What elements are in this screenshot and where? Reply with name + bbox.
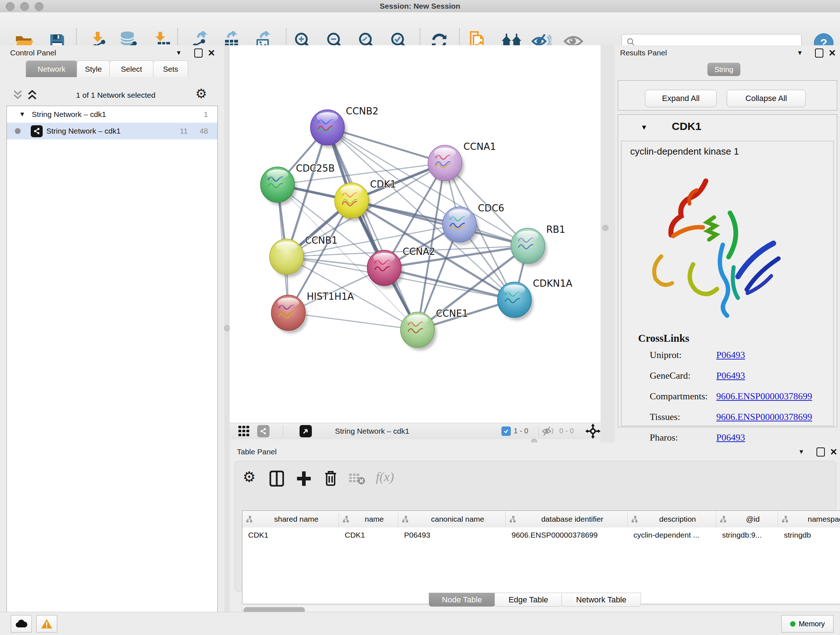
- gene-detail-inner: cyclin-dependent kinase 1: [621, 141, 834, 426]
- node-label-CDC25B: CDC25B: [296, 163, 335, 174]
- node-CDC6[interactable]: [442, 207, 478, 245]
- tab-select[interactable]: Select: [109, 60, 154, 77]
- results-panel: Results Panel ▾ ✕ String Expand All Coll…: [615, 45, 840, 442]
- node-table[interactable]: shared namenamecanonical namedatabase id…: [242, 510, 840, 604]
- panel-close-icon[interactable]: ✕: [829, 49, 836, 57]
- table-panel-title: Table Panel: [237, 448, 277, 456]
- network-collection-row[interactable]: ▼ String Network – cdk1 1: [7, 106, 218, 123]
- tab-style[interactable]: Style: [77, 60, 110, 77]
- tab-string-results[interactable]: String: [707, 63, 741, 76]
- selected-counts: 1 - 0: [514, 427, 528, 435]
- node-CCNA1[interactable]: [428, 145, 464, 184]
- cell-database-identifier[interactable]: 9606.ENSP00000378699: [506, 528, 627, 542]
- panel-close-icon[interactable]: ✕: [208, 49, 215, 57]
- crosslink-link[interactable]: P06493: [716, 432, 745, 443]
- crosslink-label: Pharos:: [650, 432, 678, 443]
- vertical-splitter-right[interactable]: [600, 45, 615, 442]
- table-gear-icon[interactable]: ⚙: [243, 469, 256, 485]
- delete-column-icon[interactable]: [324, 470, 338, 486]
- node-CCNE1[interactable]: [401, 312, 437, 350]
- column-header-database-identifier[interactable]: database identifier: [506, 511, 628, 527]
- column-header-canonical-name[interactable]: canonical name: [398, 511, 506, 527]
- fit-selected-crosshair-icon[interactable]: [585, 424, 600, 439]
- control-panel: Control Panel ▾ ✕ Network Style Select S…: [0, 45, 224, 612]
- tree-expand-icon[interactable]: ▼: [19, 111, 25, 118]
- table-panel: Table Panel ▾ ✕ ⚙ f(x) shared namenameca…: [230, 442, 840, 612]
- panel-close-icon[interactable]: ✕: [830, 448, 837, 456]
- network-selection-status: 1 of 1 Network selected: [54, 91, 177, 100]
- column-header-name[interactable]: name: [339, 511, 398, 527]
- crosslink-label: Tissues:: [650, 412, 680, 423]
- node-label-HIST1H1A: HIST1H1A: [307, 291, 354, 302]
- edge-count: 48: [200, 127, 208, 135]
- tab-network[interactable]: Network: [26, 60, 77, 77]
- node-label-CDKN1A: CDKN1A: [533, 278, 572, 289]
- network-graph[interactable]: CCNB2CCNA1CDC25BCDK1CDC6RB1CCNB1CCNA2CDK…: [230, 45, 600, 423]
- network-label: String Network – cdk1: [46, 127, 120, 135]
- collapse-all-networks-icon[interactable]: [13, 89, 22, 100]
- expand-all-button[interactable]: Expand All: [645, 90, 717, 107]
- cell-canonical-name[interactable]: P06493: [398, 528, 505, 542]
- panel-menu-icon[interactable]: ▾: [177, 48, 180, 57]
- crosslink-label: Compartments:: [650, 391, 707, 402]
- cloud-status-button[interactable]: [11, 615, 32, 632]
- cell-shared-name[interactable]: CDK1: [242, 528, 339, 542]
- network-options-gear-icon[interactable]: ⚙: [195, 86, 207, 101]
- edge-CCNE1-HIST1H1A[interactable]: [288, 313, 417, 330]
- show-columns-icon[interactable]: [270, 470, 284, 486]
- crosslink-link[interactable]: 9606.ENSP00000378699: [716, 391, 812, 402]
- network-style-icon[interactable]: [257, 425, 270, 437]
- apply-function-icon[interactable]: f(x): [376, 469, 394, 485]
- crosslink-link[interactable]: P06493: [716, 371, 745, 381]
- network-row-selected[interactable]: String Network – cdk1 11 48: [7, 123, 218, 139]
- grid-view-icon[interactable]: [238, 426, 250, 437]
- crosslink-link[interactable]: P06493: [716, 350, 745, 361]
- column-header--id[interactable]: @id: [716, 511, 778, 527]
- node-CDKN1A[interactable]: [497, 282, 534, 320]
- cell-namespace[interactable]: stringdb: [778, 528, 840, 542]
- network-canvas[interactable]: CCNB2CCNA1CDC25BCDK1CDC6RB1CCNB1CCNA2CDK…: [230, 45, 600, 423]
- panel-menu-icon[interactable]: ▾: [798, 48, 802, 57]
- network-status-dot-icon: [15, 128, 21, 134]
- memory-button[interactable]: Memory: [782, 615, 834, 632]
- cell-name[interactable]: CDK1: [339, 528, 398, 542]
- panel-menu-icon[interactable]: ▾: [799, 447, 803, 456]
- cell--id[interactable]: stringdb:9...: [716, 528, 778, 542]
- column-header-description[interactable]: description: [628, 511, 716, 527]
- tab-edge-table[interactable]: Edge Table: [494, 593, 562, 607]
- splitter-handle[interactable]: [602, 225, 608, 231]
- collapse-all-button[interactable]: Collapse All: [727, 90, 806, 107]
- network-tree: ▼ String Network – cdk1 1 String Network…: [6, 106, 218, 635]
- gene-collapse-icon[interactable]: ▼: [641, 124, 647, 131]
- panel-float-icon[interactable]: [816, 448, 825, 456]
- main-toolbar: ?: [0, 12, 840, 46]
- panel-float-icon[interactable]: [194, 49, 202, 57]
- column-header-shared-name[interactable]: shared name: [242, 511, 339, 527]
- clear-table-icon[interactable]: [348, 472, 366, 485]
- warning-icon: [41, 619, 52, 629]
- birds-eye-view-icon[interactable]: [300, 425, 312, 437]
- add-column-icon[interactable]: [296, 470, 311, 486]
- expand-all-networks-icon[interactable]: [27, 89, 37, 100]
- node-HIST1H1A[interactable]: [271, 295, 308, 333]
- warnings-button[interactable]: [36, 615, 57, 632]
- tab-sets[interactable]: Sets: [153, 60, 188, 77]
- panel-float-icon[interactable]: [815, 49, 823, 57]
- tab-network-table[interactable]: Network Table: [561, 593, 641, 607]
- vertical-splitter-left[interactable]: [224, 45, 230, 612]
- node-CCNB2[interactable]: [310, 110, 347, 148]
- column-header-namespace[interactable]: namespace: [778, 511, 840, 527]
- tab-node-table[interactable]: Node Table: [429, 593, 495, 607]
- node-CDK1[interactable]: [335, 183, 371, 221]
- crosslink-link[interactable]: 9606.ENSP00000378699: [716, 412, 812, 423]
- selected-checkbox-icon[interactable]: [501, 426, 511, 436]
- node-CDC25B[interactable]: [261, 167, 297, 205]
- splitter-handle[interactable]: [224, 325, 230, 331]
- crosslinks-heading: CrossLinks: [638, 333, 689, 344]
- node-RB1[interactable]: [511, 228, 547, 266]
- gene-details-box: ▼ CDK1 cyclin-dependent kinase 1: [618, 114, 837, 427]
- hidden-eye-icon[interactable]: [542, 426, 555, 436]
- cell-description[interactable]: cyclin-dependent ...: [628, 528, 716, 542]
- toolbar-separator: [283, 425, 283, 437]
- application-window: Session: New Session: [0, 0, 840, 635]
